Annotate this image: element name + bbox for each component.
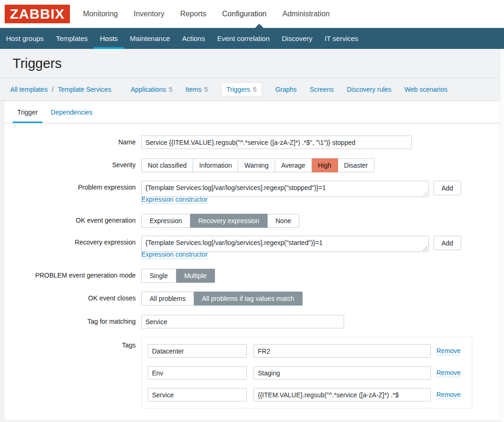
- title-bar: Triggers: [0, 49, 504, 78]
- tag-for-matching-label: Tag for matching: [5, 315, 141, 325]
- items-count: 5: [204, 86, 208, 93]
- problem-expression-label: Problem expression: [5, 181, 141, 191]
- configuration-sub-menu: Host groups Templates Hosts Maintenance …: [0, 28, 504, 49]
- problem-mode-multiple[interactable]: Multiple: [176, 269, 215, 283]
- ok-event-generation-row: OK event generation Expression Recovery …: [5, 214, 500, 228]
- tag-name-input[interactable]: [148, 388, 247, 402]
- tags-label: Tags: [5, 337, 141, 349]
- form-tabs: Trigger Dependencies: [5, 101, 500, 123]
- name-row: Name: [5, 136, 500, 149]
- problem-mode-control: Single Multiple: [141, 269, 215, 283]
- breadcrumb: All templates / Template Services Applic…: [0, 78, 504, 101]
- severity-information[interactable]: Information: [193, 158, 238, 172]
- okcloses-all-problems[interactable]: All problems: [141, 292, 194, 306]
- zabbix-logo[interactable]: ZABBIX: [5, 5, 70, 23]
- page-title: Triggers: [13, 56, 504, 71]
- trigger-form: Name Severity Not classified Information…: [5, 123, 500, 408]
- tag-remove-link[interactable]: Remove: [436, 391, 461, 399]
- severity-warning[interactable]: Warning: [238, 158, 275, 172]
- tab-dependencies[interactable]: Dependencies: [46, 101, 97, 123]
- tags-table: Remove Remove Remove: [141, 337, 472, 408]
- breadcrumb-separator: /: [52, 86, 54, 93]
- problem-expression-row: Problem expression {Template Services:lo…: [5, 181, 500, 197]
- problem-mode-single[interactable]: Single: [141, 269, 176, 283]
- menu-inventory[interactable]: Inventory: [134, 10, 165, 18]
- tab-graphs[interactable]: Graphs: [275, 86, 297, 93]
- subnav-templates[interactable]: Templates: [50, 28, 94, 49]
- tab-items[interactable]: Items 5: [186, 86, 208, 93]
- tag-name-input[interactable]: [148, 344, 247, 358]
- problem-expression-constructor-link[interactable]: Expression constructor: [141, 196, 207, 204]
- problem-mode-row: PROBLEM event generation mode Single Mul…: [5, 269, 500, 283]
- active-section-caret-icon: [255, 24, 263, 28]
- menu-administration[interactable]: Administration: [283, 10, 330, 18]
- severity-average[interactable]: Average: [275, 158, 312, 172]
- applications-count: 5: [169, 86, 173, 93]
- subnav-discovery[interactable]: Discovery: [276, 28, 318, 49]
- subnav-event-correlation[interactable]: Event correlation: [211, 28, 276, 49]
- severity-label: Severity: [5, 158, 141, 169]
- subnav-maintenance[interactable]: Maintenance: [124, 28, 176, 49]
- tag-value-input[interactable]: [254, 344, 431, 358]
- tab-screens[interactable]: Screens: [310, 86, 333, 93]
- tag-for-matching-row: Tag for matching: [5, 315, 500, 328]
- recovery-expression-input[interactable]: {Template Services:log[/var/log/services…: [141, 236, 429, 252]
- triggers-count: 5: [253, 86, 257, 93]
- ok-event-generation-control: Expression Recovery expression None: [141, 214, 299, 228]
- name-input[interactable]: [141, 136, 412, 149]
- okgen-none[interactable]: None: [268, 214, 299, 228]
- tab-discovery-rules[interactable]: Discovery rules: [347, 86, 392, 93]
- subnav-it-services[interactable]: IT services: [318, 28, 364, 49]
- okgen-recovery-expression[interactable]: Recovery expression: [190, 214, 268, 228]
- severity-not-classified[interactable]: Not classified: [141, 158, 193, 172]
- breadcrumb-all-templates[interactable]: All templates: [10, 86, 48, 93]
- subnav-host-groups[interactable]: Host groups: [0, 28, 50, 49]
- tab-web-scenarios[interactable]: Web scenarios: [404, 86, 447, 93]
- tab-applications[interactable]: Applications 5: [131, 86, 172, 93]
- trigger-form-widget: Trigger Dependencies Name Severity Not c…: [5, 101, 500, 420]
- tag-remove-link[interactable]: Remove: [436, 369, 461, 377]
- severity-control: Not classified Information Warning Avera…: [141, 158, 374, 172]
- recovery-expression-label: Recovery expression: [5, 236, 141, 246]
- tag-value-input[interactable]: [254, 366, 431, 380]
- breadcrumb-template-services[interactable]: Template Services: [58, 86, 111, 93]
- okcloses-all-problems-if-tags-match[interactable]: All problems if tag values match: [194, 292, 303, 306]
- app-header: ZABBIX Monitoring Inventory Reports Conf…: [0, 0, 504, 28]
- severity-high[interactable]: High: [312, 158, 338, 172]
- tag-row: Remove: [148, 388, 466, 402]
- tag-row: Remove: [148, 344, 466, 358]
- subnav-actions[interactable]: Actions: [176, 28, 211, 49]
- main-menu: Monitoring Inventory Reports Configurati…: [83, 10, 330, 18]
- tag-value-input[interactable]: [254, 388, 431, 402]
- menu-monitoring[interactable]: Monitoring: [83, 10, 118, 18]
- tag-remove-link[interactable]: Remove: [436, 347, 461, 355]
- okgen-expression[interactable]: Expression: [141, 214, 190, 228]
- page-right-edge: [500, 49, 504, 422]
- content-area: Trigger Dependencies Name Severity Not c…: [0, 101, 504, 420]
- subnav-hosts[interactable]: Hosts: [94, 28, 124, 49]
- tag-row: Remove: [148, 366, 466, 380]
- severity-row: Severity Not classified Information Warn…: [5, 158, 500, 172]
- ok-event-closes-row: OK event closes All problems All problem…: [5, 292, 500, 306]
- tab-triggers[interactable]: Triggers 5: [221, 82, 262, 96]
- ok-event-closes-label: OK event closes: [5, 292, 141, 302]
- recovery-expression-row: Recovery expression {Template Services:l…: [5, 236, 500, 252]
- ok-event-generation-label: OK event generation: [5, 214, 141, 224]
- problem-mode-label: PROBLEM event generation mode: [5, 269, 141, 279]
- menu-reports[interactable]: Reports: [180, 10, 207, 18]
- tag-for-matching-input[interactable]: [141, 315, 344, 328]
- tag-name-input[interactable]: [148, 366, 247, 380]
- menu-configuration[interactable]: Configuration: [222, 10, 267, 18]
- severity-disaster[interactable]: Disaster: [338, 158, 374, 172]
- tab-trigger[interactable]: Trigger: [13, 101, 42, 123]
- recovery-expression-add-button[interactable]: Add: [434, 236, 461, 250]
- ok-event-closes-control: All problems All problems if tag values …: [141, 292, 303, 306]
- problem-expression-input[interactable]: {Template Services:log[/var/log/services…: [141, 181, 429, 197]
- problem-expression-add-button[interactable]: Add: [434, 181, 461, 195]
- recovery-expression-constructor-link[interactable]: Expression constructor: [141, 251, 207, 259]
- name-label: Name: [5, 136, 141, 146]
- tags-row: Tags Remove Remove Rem: [5, 337, 500, 408]
- entity-tabs: Applications 5 Items 5 Triggers 5 Graphs…: [131, 82, 447, 96]
